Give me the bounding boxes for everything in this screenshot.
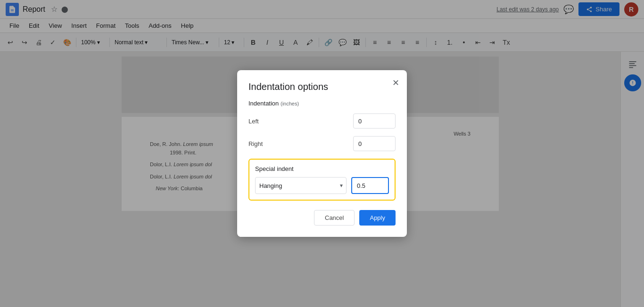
special-indent-select[interactable]: None First line Hanging — [255, 177, 347, 194]
apply-button[interactable]: Apply — [359, 210, 396, 226]
indentation-dialog: Indentation options ✕ Indentation (inche… — [237, 70, 407, 237]
special-indent-select-wrapper: None First line Hanging ▾ — [255, 177, 347, 194]
dialog-buttons: Cancel Apply — [248, 210, 396, 226]
dialog-close-button[interactable]: ✕ — [392, 78, 399, 88]
indentation-section-title: Indentation (inches) — [248, 100, 396, 107]
cancel-button[interactable]: Cancel — [314, 210, 355, 226]
dialog-title: Indentation options — [248, 81, 396, 92]
special-indent-row: None First line Hanging ▾ — [255, 177, 389, 194]
right-label: Right — [248, 140, 263, 147]
special-indent-value-input[interactable] — [351, 177, 389, 194]
indentation-unit: (inches) — [281, 101, 299, 106]
special-indent-title: Special indent — [255, 165, 389, 172]
special-indent-section: Special indent None First line Hanging ▾ — [248, 159, 396, 201]
indentation-label: Indentation — [248, 100, 279, 107]
right-input[interactable] — [353, 136, 396, 151]
left-field-row: Left — [248, 113, 396, 129]
right-field-row: Right — [248, 136, 396, 151]
modal-overlay: Indentation options ✕ Indentation (inche… — [0, 0, 644, 307]
left-input[interactable] — [353, 113, 396, 129]
left-label: Left — [248, 118, 259, 125]
